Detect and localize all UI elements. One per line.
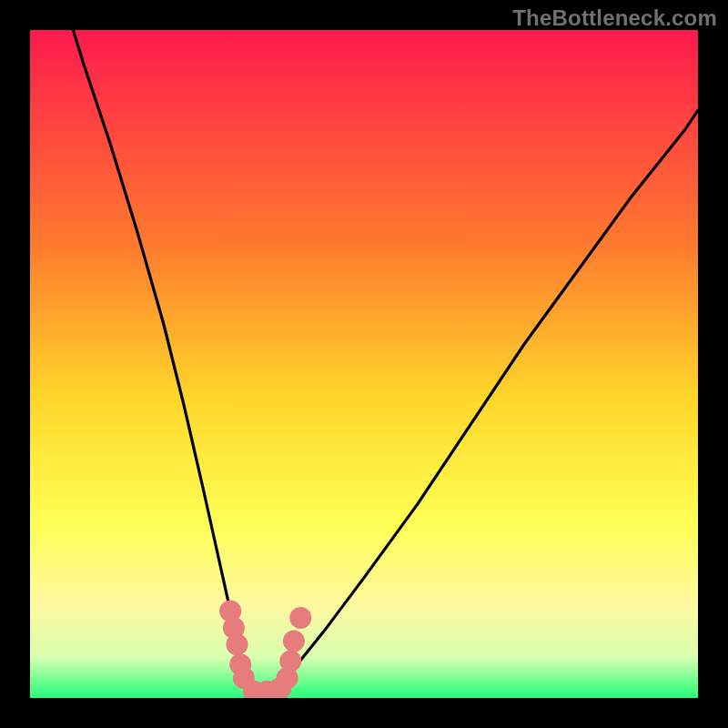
bottleneck-chart xyxy=(0,0,728,728)
curve-marker xyxy=(279,651,301,672)
watermark-label: TheBottleneck.com xyxy=(512,5,717,31)
plot-area xyxy=(30,30,698,698)
curve-marker xyxy=(227,633,248,655)
curve-marker xyxy=(283,631,305,652)
curve-marker xyxy=(289,607,311,629)
chart-stage: TheBottleneck.com xyxy=(0,0,728,728)
